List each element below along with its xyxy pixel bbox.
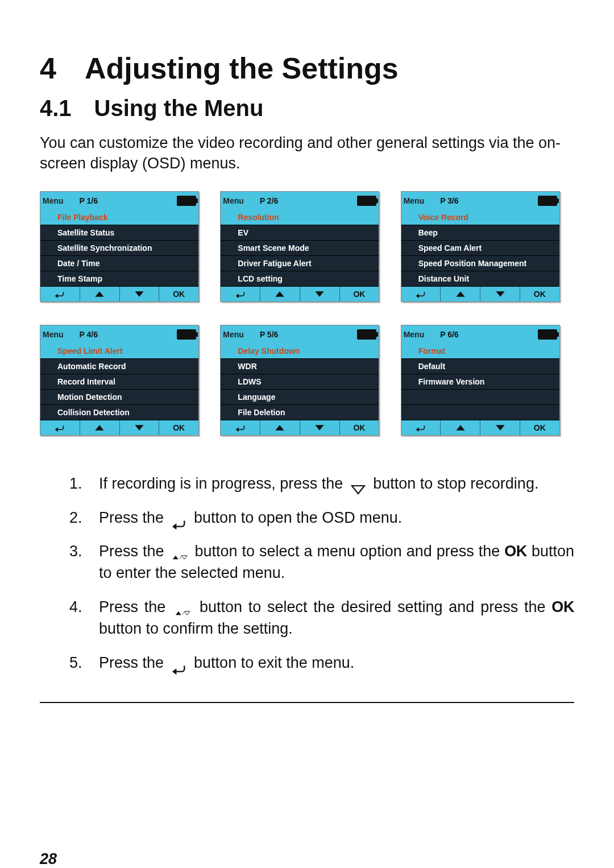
up-button[interactable] xyxy=(440,287,480,301)
menu-title-label: Menu xyxy=(43,196,64,205)
menu-item[interactable]: Beep xyxy=(401,225,559,241)
svg-marker-23 xyxy=(176,611,181,615)
ok-button[interactable]: OK xyxy=(520,420,559,435)
back-button[interactable] xyxy=(40,420,80,435)
menu-item[interactable]: EV xyxy=(221,225,379,241)
up-button[interactable] xyxy=(260,420,300,435)
step-text: button to open the OSD menu. xyxy=(194,509,402,526)
menu-footer-bar: OK xyxy=(401,287,559,301)
menu-item[interactable]: Satellite Synchronization xyxy=(40,241,198,256)
menu-footer-bar: OK xyxy=(40,287,198,301)
menu-item[interactable]: LCD setting xyxy=(221,271,379,287)
back-button[interactable] xyxy=(401,420,441,435)
back-button[interactable] xyxy=(221,420,260,435)
menu-item[interactable] xyxy=(401,390,559,405)
menu-item[interactable]: Smart Scene Mode xyxy=(221,241,379,256)
step-5: Press the button to exit the menu. xyxy=(86,652,574,674)
menu-item[interactable]: Motion Detection xyxy=(40,390,198,405)
menu-item[interactable]: Record Interval xyxy=(40,374,198,390)
menu-item[interactable]: Speed Limit Alert xyxy=(40,344,198,359)
menu-item[interactable]: File Playback xyxy=(40,210,198,225)
menu-item[interactable]: Format xyxy=(401,344,559,359)
return-arrow-icon xyxy=(172,659,186,669)
svg-marker-6 xyxy=(416,294,419,298)
svg-marker-9 xyxy=(55,427,58,432)
back-button[interactable] xyxy=(40,287,80,301)
menu-page-indicator: P 1/6 xyxy=(80,196,98,205)
svg-marker-2 xyxy=(135,291,143,297)
menu-item[interactable]: Automatic Record xyxy=(40,359,198,374)
svg-marker-16 xyxy=(456,425,464,431)
menu-item[interactable]: WDR xyxy=(221,359,379,374)
ok-button[interactable]: OK xyxy=(159,287,198,301)
osd-menu-screen: MenuP 6/6FormatDefaultFirmware VersionOK xyxy=(401,325,560,436)
svg-marker-8 xyxy=(496,291,504,297)
down-button[interactable] xyxy=(300,287,339,301)
down-button[interactable] xyxy=(300,420,339,435)
step-text: Press the xyxy=(99,654,168,671)
step-text: button to select a menu option and press… xyxy=(195,543,505,560)
svg-marker-11 xyxy=(135,425,143,431)
battery-icon xyxy=(538,196,557,206)
down-triangle-icon xyxy=(351,480,366,490)
svg-marker-25 xyxy=(184,611,190,615)
ok-button[interactable]: OK xyxy=(339,287,379,301)
menu-item[interactable]: Speed Cam Alert xyxy=(401,241,559,256)
page-number: 28 xyxy=(40,850,574,868)
up-down-triangle-icon: / xyxy=(172,547,187,557)
svg-marker-15 xyxy=(416,427,419,432)
svg-marker-26 xyxy=(172,668,176,675)
up-button[interactable] xyxy=(80,420,119,435)
step-text: button to stop recording. xyxy=(373,475,538,492)
menu-title-bar: MenuP 2/6 xyxy=(221,192,379,210)
menu-item[interactable]: Satellite Status xyxy=(40,225,198,241)
battery-icon xyxy=(177,329,196,340)
menu-title-label: Menu xyxy=(223,330,244,339)
menu-page-indicator: P 2/6 xyxy=(260,196,278,205)
ok-label: OK xyxy=(504,543,527,560)
menu-item[interactable]: Delay Shutdown xyxy=(221,344,379,359)
page-rule xyxy=(40,702,574,703)
svg-marker-0 xyxy=(55,294,58,298)
menu-item[interactable]: Driver Fatigue Alert xyxy=(221,256,379,271)
menu-item[interactable]: Firmware Version xyxy=(401,374,559,390)
menu-footer-bar: OK xyxy=(401,420,559,435)
down-button[interactable] xyxy=(119,287,159,301)
svg-marker-7 xyxy=(456,291,464,297)
menu-item[interactable]: Default xyxy=(401,359,559,374)
svg-text:/: / xyxy=(180,555,181,560)
menu-item[interactable]: Time Stamp xyxy=(40,271,198,287)
down-button[interactable] xyxy=(480,287,520,301)
menu-item-list: Voice RecordBeepSpeed Cam AlertSpeed Pos… xyxy=(401,210,559,287)
svg-marker-5 xyxy=(316,291,324,297)
menu-title-label: Menu xyxy=(404,196,425,205)
menu-item[interactable]: Speed Position Management xyxy=(401,256,559,271)
up-button[interactable] xyxy=(80,287,119,301)
svg-marker-14 xyxy=(316,425,324,431)
down-button[interactable] xyxy=(480,420,520,435)
menu-item[interactable]: Language xyxy=(221,390,379,405)
ok-button[interactable]: OK xyxy=(159,420,198,435)
back-button[interactable] xyxy=(221,287,260,301)
menu-title-bar: MenuP 5/6 xyxy=(221,325,379,344)
down-button[interactable] xyxy=(119,420,159,435)
up-button[interactable] xyxy=(440,420,480,435)
ok-button[interactable]: OK xyxy=(520,287,559,301)
svg-marker-12 xyxy=(235,427,238,432)
intro-paragraph: You can customize the video recording an… xyxy=(40,133,574,174)
back-button[interactable] xyxy=(401,287,441,301)
menu-item[interactable]: File Deletion xyxy=(221,405,379,420)
menu-item[interactable]: Voice Record xyxy=(401,210,559,225)
osd-menu-screen: MenuP 5/6Delay ShutdownWDRLDWSLanguageFi… xyxy=(220,325,379,436)
svg-marker-20 xyxy=(172,556,178,559)
menu-item[interactable] xyxy=(401,405,559,420)
menu-item[interactable]: Date / Time xyxy=(40,256,198,271)
menu-item[interactable]: LDWS xyxy=(221,374,379,390)
svg-marker-1 xyxy=(96,291,104,297)
menu-title-label: Menu xyxy=(43,330,64,339)
up-button[interactable] xyxy=(260,287,300,301)
menu-item[interactable]: Collision Detection xyxy=(40,405,198,420)
menu-item[interactable]: Resolution xyxy=(221,210,379,225)
menu-item[interactable]: Distance Unit xyxy=(401,271,559,287)
ok-button[interactable]: OK xyxy=(339,420,379,435)
